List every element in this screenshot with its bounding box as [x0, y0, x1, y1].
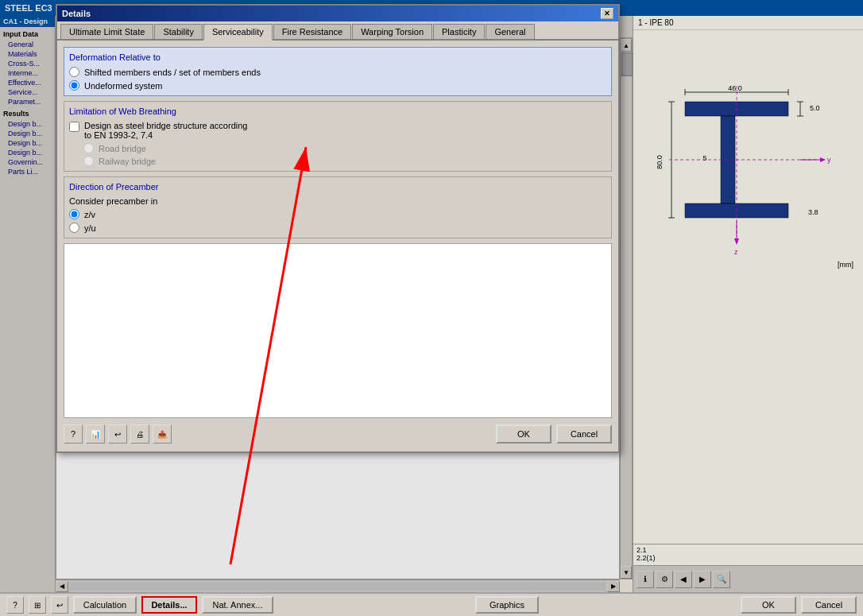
tab-warping-torsion[interactable]: Warping Torsion — [352, 24, 432, 39]
undo-icon-btn[interactable]: ↩ — [108, 424, 127, 444]
app-bottom-bar: ? ⊞ ↩ Calculation Details... Nat. Annex.… — [0, 592, 863, 616]
radio-road[interactable] — [83, 143, 94, 153]
radio-road-row: Road bridge — [83, 143, 606, 153]
bottom-icon-1[interactable]: ? — [6, 596, 24, 614]
dialog-action-buttons: OK Cancel — [496, 424, 612, 444]
bridge-type-options: Road bridge Railway bridge — [69, 143, 606, 166]
radio-yu-label: y/u — [84, 223, 96, 233]
radio-railway-row: Railway bridge — [83, 156, 606, 166]
tab-serviceability[interactable]: Serviceability — [203, 24, 273, 41]
details-button[interactable]: Details... — [141, 596, 197, 614]
help-icon-btn[interactable]: ? — [64, 424, 83, 444]
close-button[interactable]: ✕ — [601, 8, 613, 19]
precamber-title: Direction of Precamber — [69, 182, 606, 192]
modal-overlay: Details ✕ Ultimate Limit State Stability… — [0, 0, 863, 616]
app-background: STEEL EC3 CA1 - Design Input Data Genera… — [0, 0, 863, 616]
radio-undeformed[interactable] — [69, 80, 79, 91]
radio-yu-row: y/u — [69, 223, 606, 233]
tab-fire-resistance[interactable]: Fire Resistance — [273, 24, 351, 39]
calc-icon-btn[interactable]: 📊 — [86, 424, 105, 444]
bottom-icon-3[interactable]: ↩ — [51, 596, 68, 614]
app-cancel-button[interactable]: Cancel — [801, 596, 857, 614]
radio-zv-label: z/v — [84, 210, 95, 219]
dialog-footer: ? 📊 ↩ 🖨 📤 OK Cancel — [64, 423, 612, 445]
dialog-title: Details — [62, 9, 91, 18]
tab-plasticity[interactable]: Plasticity — [433, 24, 485, 39]
dialog-content: Deformation Relative to Shifted members … — [57, 41, 618, 451]
checkbox-bridge-label2: to EN 1993-2, 7.4 — [84, 130, 247, 140]
radio-yu[interactable] — [69, 223, 79, 233]
radio-shifted-label: Shifted members ends / set of members en… — [84, 68, 261, 77]
empty-content-area — [64, 243, 612, 418]
precamber-intro: Consider precamber in — [69, 196, 606, 206]
calculation-button[interactable]: Calculation — [73, 596, 137, 614]
dialog-titlebar: Details ✕ — [57, 6, 618, 21]
dialog: Details ✕ Ultimate Limit State Stability… — [56, 4, 620, 453]
deformation-title: Deformation Relative to — [69, 52, 606, 62]
checkbox-bridge-label1: Design as steel bridge structure accordi… — [84, 121, 247, 130]
export-icon-btn[interactable]: 📤 — [153, 424, 172, 444]
deformation-section: Deformation Relative to Shifted members … — [64, 47, 612, 96]
radio-undeformed-label: Undeformed system — [84, 81, 162, 91]
tab-bar: Ultimate Limit State Stability Serviceab… — [57, 21, 618, 41]
bottom-icon-2[interactable]: ⊞ — [29, 596, 46, 614]
cancel-button[interactable]: Cancel — [556, 424, 612, 444]
tab-general[interactable]: General — [486, 24, 534, 39]
radio-shifted-row: Shifted members ends / set of members en… — [69, 67, 606, 77]
precamber-section: Direction of Precamber Consider precambe… — [64, 176, 612, 238]
web-breathing-section: Limitation of Web Breathing Design as st… — [64, 101, 612, 172]
graphics-button[interactable]: Graphics — [475, 596, 539, 614]
radio-road-label: Road bridge — [99, 144, 146, 153]
radio-zv[interactable] — [69, 209, 79, 219]
print-icon-btn[interactable]: 🖨 — [130, 424, 149, 444]
radio-railway-label: Railway bridge — [99, 157, 156, 166]
radio-zv-row: z/v — [69, 209, 606, 219]
nat-annex-button[interactable]: Nat. Annex... — [202, 596, 273, 614]
radio-undeformed-row: Undeformed system — [69, 80, 606, 91]
dialog-bottom-icons: ? 📊 ↩ 🖨 📤 — [64, 424, 172, 444]
checkbox-bridge[interactable] — [69, 122, 79, 132]
app-ok-button[interactable]: OK — [741, 596, 796, 614]
ok-button[interactable]: OK — [496, 424, 551, 444]
tab-ultimate-limit-state[interactable]: Ultimate Limit State — [60, 24, 153, 39]
radio-railway[interactable] — [83, 156, 94, 166]
radio-shifted[interactable] — [69, 67, 79, 77]
tab-stability[interactable]: Stability — [154, 24, 203, 39]
checkbox-bridge-row: Design as steel bridge structure accordi… — [69, 121, 606, 140]
web-breathing-title: Limitation of Web Breathing — [69, 107, 606, 116]
